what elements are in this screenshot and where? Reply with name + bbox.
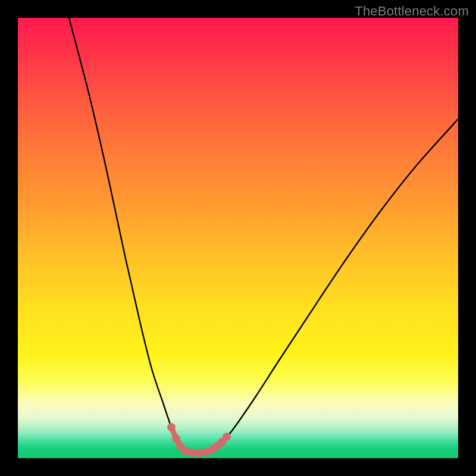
marker-dot <box>223 433 231 441</box>
marker-dot <box>195 449 203 457</box>
marker-dots-group <box>167 423 231 457</box>
marker-dot <box>188 449 196 457</box>
curve-layer <box>18 18 458 458</box>
marker-dot <box>167 423 176 431</box>
watermark-text: TheBottleneck.com <box>355 4 469 19</box>
marker-dot <box>172 434 180 443</box>
chart-frame: TheBottleneck.com <box>0 0 476 476</box>
plot-area <box>18 18 458 458</box>
bottleneck-curve <box>69 18 458 453</box>
